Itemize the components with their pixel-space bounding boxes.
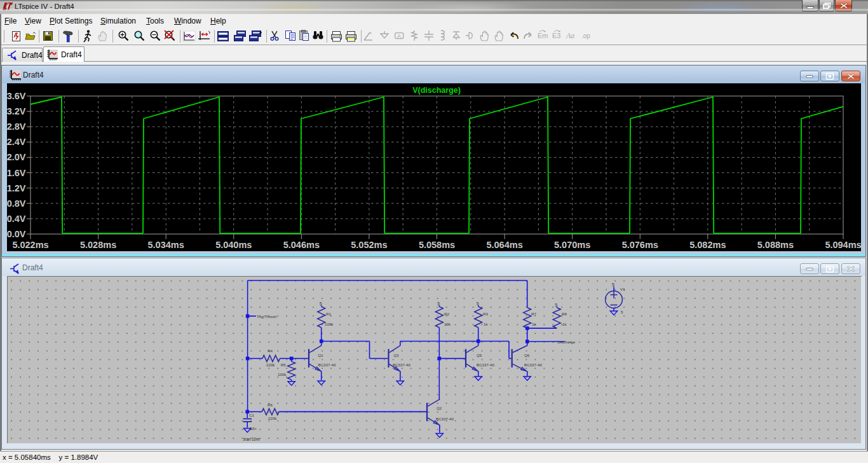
- svg-text:220k: 220k: [266, 363, 275, 367]
- svg-text:1.2V: 1.2V: [7, 183, 26, 193]
- svg-text:100k: 100k: [278, 372, 287, 377]
- svg-text:V1: V1: [620, 287, 625, 291]
- svg-text:Discharge: Discharge: [558, 340, 576, 344]
- svg-text:R6: R6: [268, 403, 273, 407]
- svg-text:R7: R7: [531, 312, 536, 316]
- svg-text:Em: Em: [538, 32, 548, 39]
- svg-text:5.094ms: 5.094ms: [825, 240, 861, 250]
- svg-text:BC337-40: BC337-40: [318, 363, 336, 367]
- svg-text:0.8V: 0.8V: [7, 198, 26, 209]
- svg-text:C1: C1: [249, 413, 254, 417]
- svg-text:1.6V: 1.6V: [7, 168, 26, 178]
- svg-text:R3: R3: [483, 312, 488, 316]
- svg-text:220k: 220k: [268, 416, 277, 420]
- svg-text:.op: .op: [581, 32, 590, 39]
- svg-text:0.4V: 0.4V: [7, 214, 26, 224]
- svg-text:Q6: Q6: [524, 353, 530, 357]
- svg-text:Trig/Thresh: Trig/Thresh: [257, 314, 277, 319]
- svg-text:R2: R2: [444, 312, 449, 316]
- svg-text:100k: 100k: [325, 322, 334, 326]
- svg-text:Q3: Q3: [393, 353, 399, 357]
- svg-text:10n: 10n: [250, 426, 257, 431]
- svg-text:BC337-40: BC337-40: [436, 417, 454, 421]
- svg-text:E3: E3: [552, 32, 560, 39]
- svg-text:Aa: Aa: [566, 31, 574, 40]
- svg-text:5: 5: [437, 301, 440, 306]
- svg-text:3.6V: 3.6V: [7, 91, 26, 101]
- svg-text:R4: R4: [268, 349, 273, 353]
- svg-text:BC337-40: BC337-40: [393, 363, 410, 367]
- svg-text:R1: R1: [326, 312, 331, 316]
- svg-text:5: 5: [621, 310, 623, 314]
- svg-text:5.076ms: 5.076ms: [622, 240, 658, 250]
- svg-text:5.028ms: 5.028ms: [80, 240, 116, 250]
- svg-text:5.046ms: 5.046ms: [283, 240, 320, 250]
- svg-text:5.064ms: 5.064ms: [486, 240, 522, 250]
- svg-text:5: 5: [555, 303, 557, 307]
- svg-text:5.058ms: 5.058ms: [419, 240, 455, 250]
- svg-text:5: 5: [320, 301, 322, 306]
- svg-text:1k: 1k: [532, 322, 536, 326]
- svg-text:5.052ms: 5.052ms: [351, 240, 387, 250]
- svg-text:BC337-40: BC337-40: [524, 363, 542, 367]
- svg-text:Q5: Q5: [477, 353, 482, 357]
- svg-text:5.088ms: 5.088ms: [757, 240, 794, 250]
- svg-text:2.4V: 2.4V: [7, 137, 26, 147]
- svg-text:.tran 10m: .tran 10m: [243, 437, 260, 441]
- svg-text:V(discharge): V(discharge): [412, 86, 461, 95]
- svg-text:Q1: Q1: [318, 353, 324, 357]
- svg-text:3.2V: 3.2V: [7, 106, 26, 116]
- svg-text:R5: R5: [281, 363, 286, 367]
- svg-text:5: 5: [612, 282, 614, 287]
- svg-text:5.034ms: 5.034ms: [148, 240, 184, 250]
- svg-text:5.022ms: 5.022ms: [12, 240, 48, 250]
- svg-text:5.040ms: 5.040ms: [215, 240, 252, 250]
- svg-text:5: 5: [477, 301, 479, 306]
- svg-text:A: A: [397, 33, 401, 39]
- svg-text:5.082ms: 5.082ms: [689, 240, 726, 250]
- svg-text:2.0V: 2.0V: [7, 152, 26, 162]
- svg-text:1k: 1k: [484, 322, 488, 326]
- svg-text:Q2: Q2: [437, 406, 442, 410]
- svg-text:2.8V: 2.8V: [7, 121, 26, 132]
- svg-text:5.070ms: 5.070ms: [554, 240, 590, 250]
- svg-text:BC337-40: BC337-40: [477, 363, 494, 367]
- svg-text:10k: 10k: [444, 322, 451, 326]
- svg-text:1k: 1k: [562, 322, 567, 326]
- svg-text:0.0V: 0.0V: [7, 229, 26, 239]
- svg-text:R8: R8: [562, 312, 567, 316]
